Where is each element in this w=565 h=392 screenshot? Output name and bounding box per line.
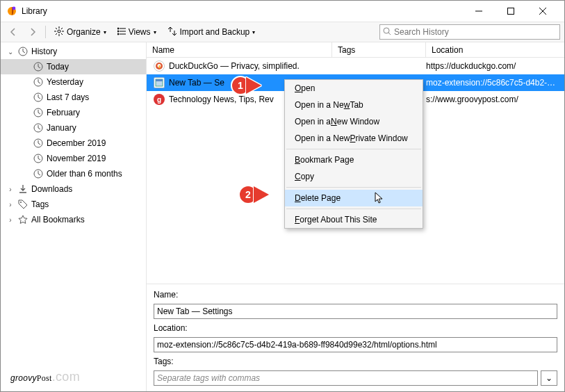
sidebar-item-label: History [31,47,57,56]
chevron-down-icon: ▾ [104,29,106,35]
tag-icon [17,199,28,210]
column-headers: Name Tags Location [147,42,564,58]
clock-icon [33,153,44,164]
search-icon [383,27,391,38]
sidebar-item[interactable]: ⌄History [1,44,146,59]
row-location: s://www.groovypost.com/ [426,95,564,104]
context-menu-item[interactable]: Copy [285,168,423,185]
svg-line-14 [56,33,57,35]
svg-point-21 [384,28,389,33]
sidebar-item-label: December 2019 [47,138,106,148]
row-title: DuckDuckGo — Privacy, simplified. [169,61,300,71]
gear-icon [54,26,64,38]
sidebar-item[interactable]: Older than 6 months [1,166,146,181]
twisty-icon[interactable]: › [6,186,15,193]
context-menu-item[interactable]: Open in a New Tab [285,97,423,113]
sidebar-item[interactable]: Yesterday [1,74,146,90]
detail-name-label: Name: [154,290,557,300]
history-row[interactable]: DuckDuckGo — Privacy, simplified.https:/… [147,58,564,74]
annotation-badge-2: 2 [238,185,269,204]
context-menu-item[interactable]: Delete Page [285,190,423,206]
search-box[interactable] [379,24,560,40]
context-menu-separator [286,187,421,188]
sidebar-item[interactable]: ›Downloads [1,181,146,197]
context-menu-item[interactable]: Open [285,80,423,97]
row-location: moz-extension://5c86c7c5-d4b2-419a-... [426,78,564,88]
svg-line-22 [388,33,391,35]
sidebar-item[interactable]: February [1,105,146,120]
star-icon [17,214,28,225]
body: ⌄HistoryTodayYesterdayLast 7 daysFebruar… [1,42,564,391]
svg-point-18 [117,28,119,29]
maximize-button[interactable] [495,1,527,22]
clock-icon [17,46,28,57]
context-menu-item[interactable]: Forget About This Site [285,211,423,228]
search-input[interactable] [394,27,557,37]
tags-dropdown-button[interactable]: ⌄ [541,370,557,386]
context-menu-separator [286,209,421,209]
sidebar-item-label: Tags [31,199,49,209]
svg-rect-3 [508,8,514,15]
download-icon [17,183,28,195]
detail-name-field[interactable]: New Tab — Settings [154,304,557,319]
detail-location-field[interactable]: moz-extension://5c86c7c5-d4b2-419a-b689-… [154,337,557,352]
favicon-groovypost: g [154,94,165,105]
import-backup-menu[interactable]: Import and Backup ▾ [163,24,260,40]
organize-menu[interactable]: Organize ▾ [50,24,110,40]
twisty-icon[interactable]: ⌄ [6,48,15,56]
library-window: Library Organize ▾ Views ▾ Import and Ba… [0,0,565,392]
sidebar-item-label: Older than 6 months [47,169,122,179]
sidebar[interactable]: ⌄HistoryTodayYesterdayLast 7 daysFebruar… [1,42,147,391]
sidebar-item[interactable]: January [1,120,146,136]
context-menu-item[interactable]: Open in a New Private Window [285,130,423,147]
import-export-icon [167,27,177,38]
twisty-icon[interactable]: › [6,201,15,209]
sidebar-item[interactable]: December 2019 [1,136,146,151]
sidebar-item-label: November 2019 [47,154,106,163]
annotation-badge-1: 1 [231,76,261,95]
sidebar-item[interactable]: ›Tags [1,197,146,212]
sidebar-item-label: February [47,108,80,117]
toolbar: Organize ▾ Views ▾ Import and Backup ▾ [1,22,564,42]
row-title: New Tab — Se [169,78,224,88]
column-name[interactable]: Name [147,42,332,57]
sidebar-item[interactable]: ›All Bookmarks [1,212,146,227]
list-icon [117,27,126,38]
svg-rect-37 [156,79,163,81]
sidebar-item-label: All Bookmarks [31,215,85,224]
back-button [5,24,22,40]
clock-icon [33,107,44,118]
detail-location-label: Location: [154,323,557,333]
toolbar-separator [45,26,46,38]
context-menu-separator [286,149,421,149]
sidebar-item-label: Today [47,62,69,72]
cursor-icon [375,192,384,206]
svg-point-19 [117,31,119,32]
detail-tags-label: Tags: [154,357,557,366]
chevron-down-icon: ▾ [154,29,156,35]
close-button[interactable] [527,1,559,22]
clock-icon [33,138,44,149]
sidebar-item-label: January [47,123,76,133]
detail-tags-field[interactable]: Separate tags with commas [154,370,538,386]
sidebar-item-label: Last 7 days [47,92,89,102]
context-menu-item[interactable]: Open in a New Window [285,113,423,130]
clock-icon [33,122,44,133]
column-location[interactable]: Location [426,42,564,57]
twisty-icon[interactable]: › [6,216,15,224]
sidebar-item[interactable]: Last 7 days [1,90,146,105]
sidebar-item[interactable]: Today [1,59,146,74]
minimize-button[interactable] [463,1,495,22]
window-title: Library [22,6,463,16]
row-title: Technology News, Tips, Rev [169,95,274,104]
views-menu[interactable]: Views ▾ [113,24,161,40]
sidebar-item-label: Yesterday [47,77,83,87]
chevron-down-icon: ⌄ [546,373,552,383]
context-menu[interactable]: OpenOpen in a New TabOpen in a New Windo… [284,79,423,229]
clock-icon [33,76,44,88]
column-tags[interactable]: Tags [332,42,426,57]
svg-point-6 [58,30,60,33]
chevron-down-icon: ▾ [252,29,255,35]
context-menu-item[interactable]: Bookmark Page [285,152,423,168]
sidebar-item[interactable]: November 2019 [1,151,146,166]
